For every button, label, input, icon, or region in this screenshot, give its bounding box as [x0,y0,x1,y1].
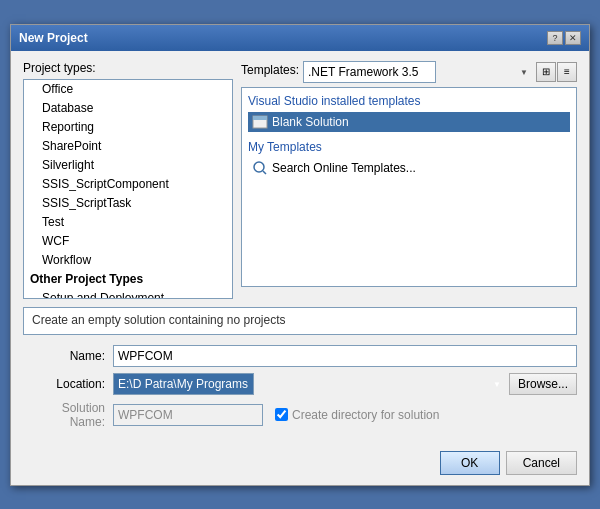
list-item[interactable]: Setup and Deployment [24,289,232,299]
new-project-dialog: New Project ? ✕ Project types: Office Da… [10,24,590,486]
list-item-category[interactable]: Other Project Types [24,270,232,289]
project-types-list[interactable]: Office Database Reporting SharePoint Sil… [23,79,233,299]
title-bar-buttons: ? ✕ [547,31,581,45]
list-item[interactable]: Silverlight [24,156,232,175]
help-button[interactable]: ? [547,31,563,45]
location-wrapper: E:\D Patra\My Programs [113,373,505,395]
location-row: Location: E:\D Patra\My Programs Browse.… [23,373,577,395]
templates-header: Templates: .NET Framework 3.5 .NET Frame… [241,61,577,83]
list-item[interactable]: SharePoint [24,137,232,156]
framework-select-wrapper: .NET Framework 3.5 .NET Framework 4.0 .N… [303,61,532,83]
templates-label: Templates: [241,63,299,77]
project-types-panel: Project types: Office Database Reporting… [23,61,233,299]
list-item[interactable]: Office [24,80,232,99]
list-item[interactable]: Test [24,213,232,232]
grid-view-button[interactable]: ⊞ [536,62,556,82]
search-online-icon [252,160,268,176]
list-item[interactable]: WCF [24,232,232,251]
dialog-title: New Project [19,31,88,45]
list-item[interactable]: SSIS_ScriptComponent [24,175,232,194]
search-online-label: Search Online Templates... [272,161,416,175]
templates-panel: Templates: .NET Framework 3.5 .NET Frame… [241,61,577,299]
my-templates-section: My Templates Search Online Templates... [248,140,570,178]
list-item[interactable]: SSIS_ScriptTask [24,194,232,213]
solution-name-label: Solution Name: [23,401,113,429]
title-bar: New Project ? ✕ [11,25,589,51]
list-item[interactable]: Database [24,99,232,118]
solution-name-group: Create directory for solution [113,404,577,426]
template-item-search-online[interactable]: Search Online Templates... [248,158,570,178]
template-item-blank-solution[interactable]: Blank Solution [248,112,570,132]
name-row: Name: [23,345,577,367]
name-input[interactable] [113,345,577,367]
list-view-button[interactable]: ≡ [557,62,577,82]
cancel-button[interactable]: Cancel [506,451,577,475]
my-templates-label: My Templates [248,140,570,154]
svg-point-2 [254,162,264,172]
svg-rect-1 [253,116,267,120]
ok-button[interactable]: OK [440,451,500,475]
svg-line-3 [263,171,266,174]
solution-name-row: Solution Name: Create directory for solu… [23,401,577,429]
list-item[interactable]: Reporting [24,118,232,137]
dialog-body: Project types: Office Database Reporting… [11,51,589,445]
blank-solution-icon [252,114,268,130]
location-label: Location: [23,377,113,391]
browse-button[interactable]: Browse... [509,373,577,395]
create-directory-label: Create directory for solution [275,408,439,422]
close-button[interactable]: ✕ [565,31,581,45]
list-item[interactable]: Workflow [24,251,232,270]
framework-select[interactable]: .NET Framework 3.5 .NET Framework 4.0 .N… [303,61,436,83]
project-types-label: Project types: [23,61,233,75]
view-buttons: ⊞ ≡ [536,62,577,82]
templates-box[interactable]: Visual Studio installed templates Blank … [241,87,577,287]
location-select[interactable]: E:\D Patra\My Programs [113,373,254,395]
status-text: Create an empty solution containing no p… [32,313,285,327]
create-directory-checkbox[interactable] [275,408,288,421]
location-group: E:\D Patra\My Programs Browse... [113,373,577,395]
dialog-footer: OK Cancel [11,445,589,485]
top-section: Project types: Office Database Reporting… [23,61,577,299]
blank-solution-label: Blank Solution [272,115,349,129]
vs-installed-label: Visual Studio installed templates [248,94,570,108]
name-label: Name: [23,349,113,363]
status-box: Create an empty solution containing no p… [23,307,577,335]
solution-name-input[interactable] [113,404,263,426]
